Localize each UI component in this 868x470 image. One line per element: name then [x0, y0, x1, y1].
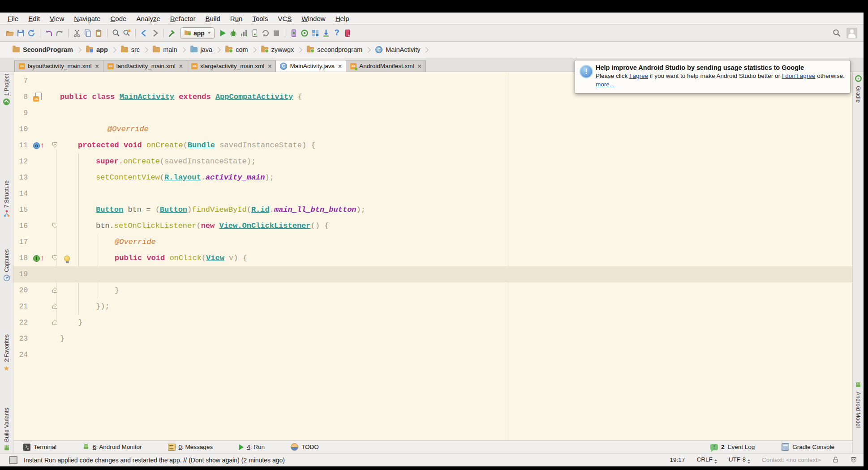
project-structure-icon[interactable]: [310, 28, 321, 38]
close-icon[interactable]: ×: [95, 64, 99, 68]
tool-window-button-gradle-console[interactable]: Gradle Console: [782, 443, 834, 451]
redo-icon[interactable]: [54, 28, 65, 38]
menu-build[interactable]: Build: [200, 13, 225, 24]
tool-stripe-gradle[interactable]: Gradle: [853, 75, 864, 103]
search-icon[interactable]: [831, 28, 842, 38]
fold-marker-icon[interactable]: [52, 319, 57, 327]
fold-marker-icon[interactable]: [52, 286, 57, 295]
device-monitor-icon[interactable]: [342, 28, 353, 38]
menu-run[interactable]: Run: [225, 13, 248, 24]
fold-marker-icon[interactable]: [52, 303, 57, 311]
back-icon[interactable]: [139, 28, 150, 38]
close-icon[interactable]: ×: [418, 64, 421, 68]
menu-navigate[interactable]: Navigate: [69, 13, 105, 24]
fold-marker-icon[interactable]: [52, 254, 57, 263]
undo-icon[interactable]: [43, 28, 54, 38]
breadcrumb-item-secondprogram[interactable]: SecondProgram: [11, 46, 75, 53]
token: Button: [96, 205, 123, 214]
context-indicator[interactable]: Context: <no context>: [762, 457, 821, 463]
tool-window-button-terminal[interactable]: Terminal: [23, 444, 56, 451]
menu-tools[interactable]: Tools: [247, 13, 273, 24]
tab-mainactivity-java[interactable]: CMainActivity.java×: [275, 60, 346, 72]
menu-window[interactable]: Window: [296, 13, 330, 24]
open-file-icon[interactable]: [4, 28, 15, 38]
intention-bulb-icon[interactable]: [64, 256, 70, 264]
menu-edit[interactable]: Edit: [23, 13, 45, 24]
find-icon[interactable]: [111, 28, 121, 38]
lock-icon[interactable]: [833, 456, 838, 464]
more-link[interactable]: more...: [596, 81, 614, 88]
tool-stripe--favorites[interactable]: 2:Favorites★: [0, 334, 13, 372]
tab-xlarge-activity-main-xml[interactable]: <>xlarge\activity_main.xml×: [187, 60, 276, 72]
breadcrumb-item-java[interactable]: java: [189, 46, 215, 53]
tool-window-button-todo[interactable]: TODO: [291, 443, 319, 451]
attach-debugger-icon[interactable]: [249, 28, 260, 38]
save-all-icon[interactable]: [15, 28, 26, 38]
menu-analyze[interactable]: Analyze: [131, 13, 165, 24]
code-editor[interactable]: 78<>public class MainActivity extends Ap…: [13, 72, 852, 440]
tool-stripe-android-model[interactable]: Android Model: [853, 381, 864, 428]
breadcrumb-item-secondprogram[interactable]: secondprogram: [305, 46, 364, 53]
tool-window-button--android-monitor[interactable]: 6: Android Monitor: [82, 443, 142, 451]
breadcrumb-item-zywwgx[interactable]: zywwgx: [259, 46, 296, 53]
avd-manager-icon[interactable]: [288, 28, 299, 38]
tab-land-activity-main-xml[interactable]: <>land\activity_main.xml×: [103, 60, 187, 72]
overriding-method-icon[interactable]: o↑: [33, 142, 44, 149]
menu-view[interactable]: View: [45, 13, 69, 24]
fold-marker-icon[interactable]: [52, 141, 57, 150]
close-icon[interactable]: ×: [268, 64, 271, 68]
stop-icon[interactable]: [271, 28, 282, 38]
menu-help[interactable]: Help: [331, 13, 354, 24]
tool-stripe-captures[interactable]: Captures: [0, 249, 13, 283]
i-agree-link[interactable]: I agree: [629, 73, 648, 79]
encoding-selector[interactable]: UTF-8: [729, 456, 750, 464]
tool-window-button-event-log[interactable]: !2Event Log: [710, 444, 755, 450]
debug-icon[interactable]: [228, 28, 239, 38]
tab-androidmanifest-xml[interactable]: <>AndroidManifest.xml×: [346, 60, 426, 72]
i-dont-agree-link[interactable]: I don't agree: [782, 73, 816, 79]
menu-file[interactable]: File: [3, 13, 23, 24]
breadcrumb-item-app[interactable]: app: [84, 46, 110, 53]
line-number: 24: [13, 347, 28, 363]
implementing-method-icon[interactable]: I↑: [33, 255, 44, 262]
close-icon[interactable]: ×: [338, 64, 342, 68]
help-icon[interactable]: ?: [331, 28, 342, 38]
forward-icon[interactable]: [150, 28, 160, 38]
synchronize-icon[interactable]: [26, 28, 37, 38]
user-avatar[interactable]: [847, 28, 857, 38]
token: ;: [251, 157, 256, 166]
tab-layout-activity-main-xml[interactable]: <>layout\activity_main.xml×: [14, 60, 103, 72]
profile-icon[interactable]: [239, 28, 249, 38]
copy-icon[interactable]: [82, 28, 93, 38]
gradle-sync-icon[interactable]: [299, 28, 310, 38]
menu-code[interactable]: Code: [106, 13, 132, 24]
breadcrumb-item-com[interactable]: com: [223, 46, 249, 53]
tool-window-button--run[interactable]: 4: Run: [239, 444, 265, 450]
caret-position[interactable]: 19:17: [670, 457, 685, 463]
breadcrumb-item-mainactivity[interactable]: CMainActivity: [374, 46, 422, 53]
cut-icon[interactable]: [72, 28, 82, 38]
tool-window-label: 0: Messages: [179, 444, 213, 450]
breadcrumb-item-main[interactable]: main: [151, 46, 179, 53]
tool-window-button--messages[interactable]: 0: Messages: [168, 444, 213, 451]
replace-icon[interactable]: [121, 28, 132, 38]
menu-refactor[interactable]: Refactor: [165, 13, 201, 24]
rerun-icon[interactable]: [260, 28, 271, 38]
menu-label: dit: [33, 15, 40, 22]
tool-stripe-build-variants[interactable]: Build Variants: [0, 408, 13, 453]
hector-inspector-icon[interactable]: [850, 456, 857, 464]
tool-stripe--project[interactable]: 1:Project: [0, 74, 13, 107]
run-config-combobox[interactable]: app: [180, 27, 215, 39]
paste-icon[interactable]: [93, 28, 104, 38]
folder-icon: [13, 47, 20, 52]
make-project-icon[interactable]: [167, 28, 178, 38]
line-ending-selector[interactable]: CRLF: [696, 456, 717, 464]
fold-marker-icon[interactable]: [52, 222, 57, 231]
related-xml-icon[interactable]: <>: [33, 93, 42, 102]
breadcrumb-item-src[interactable]: src: [119, 46, 142, 53]
tool-stripe--structure[interactable]: 7:Structure: [0, 180, 13, 218]
sdk-manager-icon[interactable]: [321, 28, 331, 38]
close-icon[interactable]: ×: [179, 64, 183, 68]
run-icon[interactable]: [217, 28, 228, 38]
menu-vcs[interactable]: VCS: [273, 13, 296, 24]
